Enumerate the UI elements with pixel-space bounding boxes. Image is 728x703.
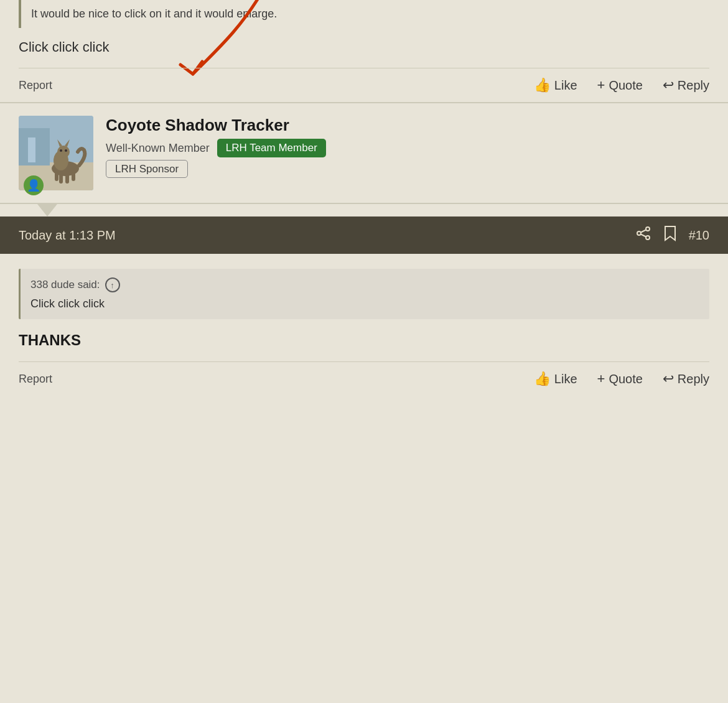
like-icon-bottom: 👍: [534, 371, 551, 387]
triangle-indicator: [37, 204, 57, 216]
user-profile-section: 👤 Coyote Shadow Tracker Well-Known Membe…: [0, 102, 728, 203]
quote-button-top[interactable]: + Quote: [597, 77, 643, 93]
quoted-author: 338 dude said: ↑: [30, 277, 699, 292]
quote-text: It would be nice to click on it and it w…: [31, 7, 277, 20]
user-info: Coyote Shadow Tracker Well-Known Member …: [106, 116, 709, 175]
svg-line-19: [641, 235, 646, 237]
like-icon-top: 👍: [534, 77, 551, 93]
action-buttons-top: 👍 Like + Quote ↩ Reply: [534, 77, 709, 93]
svg-point-10: [65, 149, 67, 152]
post-header-actions: #10: [635, 225, 709, 245]
previous-post: It would be nice to click on it and it w…: [0, 0, 728, 102]
plus-icon-top: +: [597, 77, 605, 93]
post-header-bar: Today at 1:13 PM #10: [0, 216, 728, 254]
online-indicator: 👤: [24, 175, 44, 195]
svg-line-18: [641, 230, 646, 233]
like-button-bottom[interactable]: 👍 Like: [534, 371, 577, 387]
quote-button-bottom[interactable]: + Quote: [597, 371, 643, 387]
plus-icon-bottom: +: [597, 371, 605, 387]
svg-point-16: [646, 236, 650, 240]
user-role: Well-Known Member: [106, 142, 210, 155]
post-number: #10: [689, 228, 709, 243]
svg-rect-13: [55, 172, 58, 181]
like-button-top[interactable]: 👍 Like: [534, 77, 577, 93]
post-actions-bottom: Report 👍 Like + Quote ↩ Reply: [19, 361, 709, 396]
sponsor-badge-container: LRH Sponsor: [106, 162, 709, 175]
svg-point-9: [60, 149, 62, 152]
username[interactable]: Coyote Shadow Tracker: [106, 116, 709, 135]
report-button-bottom[interactable]: Report: [19, 373, 52, 386]
post-content: 338 dude said: ↑ Click click click THANK…: [0, 254, 728, 411]
svg-rect-14: [72, 172, 75, 181]
reply-button-bottom[interactable]: ↩ Reply: [663, 371, 709, 387]
svg-point-17: [637, 231, 641, 235]
person-icon: 👤: [27, 179, 40, 192]
svg-rect-12: [65, 174, 69, 184]
post-timestamp: Today at 1:13 PM: [19, 228, 116, 243]
user-meta: Well-Known Member LRH Team Member: [106, 139, 709, 157]
main-post-text: THANKS: [19, 332, 709, 349]
svg-point-6: [57, 146, 70, 158]
svg-point-15: [646, 227, 650, 231]
quoted-block: 338 dude said: ↑ Click click click: [19, 269, 709, 319]
svg-rect-11: [59, 174, 63, 184]
previous-post-text: Click click click: [19, 39, 709, 55]
team-badge: LRH Team Member: [217, 139, 326, 157]
action-buttons-bottom: 👍 Like + Quote ↩ Reply: [534, 371, 709, 387]
bookmark-icon[interactable]: [664, 225, 676, 245]
share-icon[interactable]: [635, 226, 651, 244]
up-arrow-icon[interactable]: ↑: [105, 277, 120, 292]
reply-icon-top: ↩: [663, 77, 674, 93]
quoted-text: Click click click: [30, 297, 699, 310]
previous-post-actions: Report 👍 Like + Quote ↩ Reply: [19, 68, 709, 102]
previous-post-quote: It would be nice to click on it and it w…: [19, 0, 709, 28]
svg-rect-3: [28, 137, 35, 162]
reply-button-top[interactable]: ↩ Reply: [663, 77, 709, 93]
report-button-top[interactable]: Report: [19, 79, 52, 92]
sponsor-badge: LRH Sponsor: [106, 160, 188, 178]
avatar-container: 👤: [19, 116, 93, 190]
reply-icon-bottom: ↩: [663, 371, 674, 387]
